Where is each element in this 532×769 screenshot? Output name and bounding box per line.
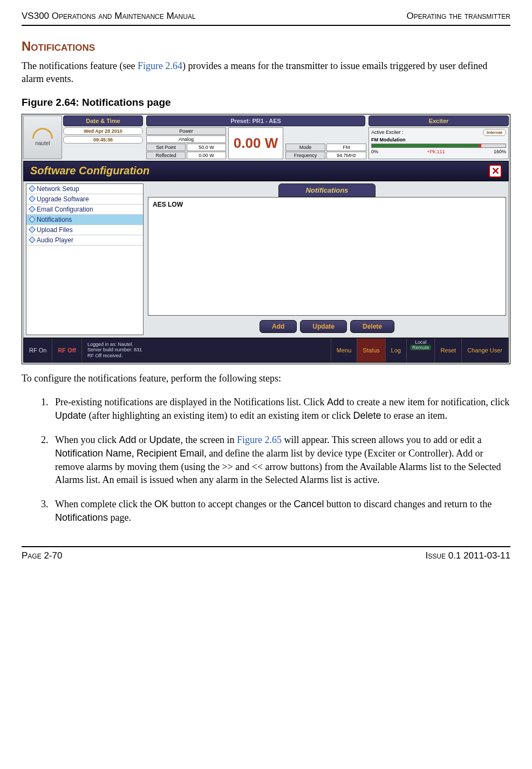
diamond-icon xyxy=(29,216,36,223)
footer-right: Issue 0.1 2011-03-11 xyxy=(426,550,510,561)
reflected-label: Reflected xyxy=(146,152,186,159)
setpoint-val: 50.0 W xyxy=(187,144,226,151)
setpoint-label: Set Point xyxy=(146,144,186,151)
status-info: Logged in as: Nautel. Server build numbe… xyxy=(82,338,331,362)
software-config-title: Software Configuration xyxy=(30,165,149,177)
status-bar: RF On RF Off Logged in as: Nautel. Serve… xyxy=(23,338,509,363)
close-icon[interactable]: ✕ xyxy=(489,165,502,178)
step-2: When you click Add or Update, the screen… xyxy=(51,433,510,487)
side-menu: Network Setup Upgrade Software Email Con… xyxy=(26,183,144,335)
date-value: Wed Apr 28 2010 xyxy=(63,127,143,135)
exciter-panel: Active Exciter :Internal FM Modulation 0… xyxy=(369,127,509,159)
log-button[interactable]: Log xyxy=(386,338,407,362)
exciter-bar[interactable]: Exciter xyxy=(369,115,509,126)
mode-val: FM xyxy=(326,144,366,151)
mode-label: Mode xyxy=(285,144,325,151)
freq-label: Frequency xyxy=(285,152,325,159)
sidebar-item-upload-files[interactable]: Upload Files xyxy=(26,225,143,235)
page-footer: Page 2-70 Issue 0.1 2011-03-11 xyxy=(22,546,510,561)
sidebar-item-notifications[interactable]: Notifications xyxy=(26,215,143,225)
fm-mod-label: FM Modulation xyxy=(371,137,506,142)
step-1: Pre-existing notifications are displayed… xyxy=(51,396,510,423)
software-config-bar: Software Configuration ✕ xyxy=(23,161,509,181)
preset-bar[interactable]: Preset: PR1 - AES xyxy=(146,115,365,126)
sidebar-item-email-configuration[interactable]: Email Configuration xyxy=(26,205,143,215)
list-item[interactable]: AES LOW xyxy=(151,200,503,209)
sidebar-item-upgrade-software[interactable]: Upgrade Software xyxy=(26,194,143,205)
logo: nautel xyxy=(23,115,62,159)
menu-button[interactable]: Menu xyxy=(331,338,358,362)
modulation-meter xyxy=(371,144,506,148)
config-intro: To configure the notifications feature, … xyxy=(22,372,510,385)
intro-paragraph: The notifications feature (see Figure 2.… xyxy=(22,59,510,86)
active-exciter-val: Internal xyxy=(483,129,506,136)
page-header: VS300 Operations and Maintenance Manual … xyxy=(22,11,510,26)
analog-label: Analog xyxy=(146,135,226,143)
diamond-icon xyxy=(29,195,36,202)
steps-list: Pre-existing notifications are displayed… xyxy=(51,396,510,525)
add-button[interactable]: Add xyxy=(260,320,297,333)
footer-left: Page 2-70 xyxy=(22,550,62,561)
status-button[interactable]: Status xyxy=(357,338,385,362)
power-label: Power xyxy=(146,127,226,135)
header-right: Operating the transmitter xyxy=(407,11,510,22)
figure-link[interactable]: Figure 2.64 xyxy=(138,60,182,71)
diamond-icon xyxy=(29,236,36,243)
figure-caption: Figure 2.64: Notifications page xyxy=(22,97,510,108)
logo-arc-icon xyxy=(32,128,53,139)
freq-val: 94.7MHz xyxy=(326,152,366,159)
header-left: VS300 Operations and Maintenance Manual xyxy=(22,11,196,22)
sidebar-item-network-setup[interactable]: Network Setup xyxy=(26,184,143,194)
datetime-label[interactable]: Date & Time xyxy=(63,115,143,126)
reset-button[interactable]: Reset xyxy=(435,338,462,362)
figure-link-2[interactable]: Figure 2.65 xyxy=(237,434,282,445)
local-remote-toggle[interactable]: Local Remote xyxy=(407,338,435,362)
time-value: 09:45:36 xyxy=(63,136,143,144)
rf-on-button[interactable]: RF On xyxy=(24,338,52,362)
active-exciter-label: Active Exciter : xyxy=(371,130,404,135)
diamond-icon xyxy=(29,206,36,213)
delete-button[interactable]: Delete xyxy=(350,320,394,333)
notifications-title: Notifications xyxy=(278,183,376,197)
diamond-icon xyxy=(29,185,36,192)
section-title: Notifications xyxy=(22,39,510,54)
power-reading: 0.00 W xyxy=(228,127,283,159)
step-3: When complete click the OK button to acc… xyxy=(51,498,510,525)
logo-text: nautel xyxy=(35,140,50,146)
change-user-button[interactable]: Change User xyxy=(462,338,508,362)
reflected-val: 0.00 W xyxy=(187,152,226,159)
notifications-list[interactable]: AES LOW xyxy=(148,197,506,316)
diamond-icon xyxy=(29,226,36,233)
update-button[interactable]: Update xyxy=(300,320,347,333)
sidebar-item-audio-player[interactable]: Audio Player xyxy=(26,235,143,246)
rf-off-button[interactable]: RF Off xyxy=(52,338,82,362)
screenshot-figure: nautel Date & Time Wed Apr 28 2010 09:45… xyxy=(22,114,510,364)
